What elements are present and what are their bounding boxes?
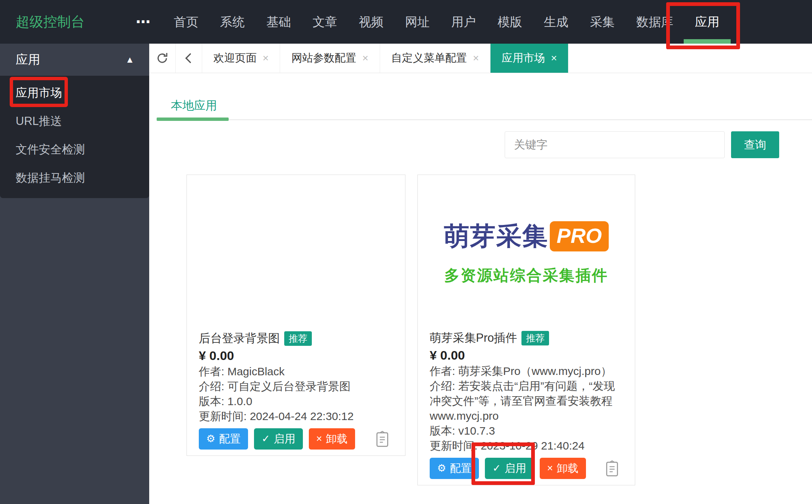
more-menu-icon[interactable]: ⋯ — [136, 0, 151, 44]
nav-item-basic[interactable]: 基础 — [255, 0, 302, 44]
app-card-info: 后台登录背景图 推荐 ¥ 0.00 作者: MagicBlack 介绍: 可自定… — [187, 331, 405, 456]
top-nav: 超级控制台 ⋯ 首页 系统 基础 文章 视频 网址 用户 模版 生成 采集 数据… — [0, 0, 812, 44]
refresh-button[interactable] — [149, 44, 176, 73]
nav-item-user[interactable]: 用户 — [441, 0, 487, 44]
top-nav-menu: 首页 系统 基础 文章 视频 网址 用户 模版 生成 采集 数据库 应用 — [163, 0, 730, 44]
search-button[interactable]: 查询 — [731, 131, 779, 158]
tab-label: 欢迎页面 — [213, 51, 257, 66]
nav-item-generate[interactable]: 生成 — [533, 0, 579, 44]
tab-bar: 欢迎页面 × 网站参数配置 × 自定义菜单配置 × 应用市场 × — [149, 44, 812, 73]
config-button-label: 配置 — [219, 432, 241, 447]
enable-button[interactable]: ✓ 启用 — [254, 428, 303, 450]
clipboard-icon[interactable] — [606, 460, 618, 477]
close-icon[interactable]: × — [473, 52, 479, 64]
config-button[interactable]: ⚙ 配置 — [430, 458, 479, 479]
uninstall-button-label: 卸载 — [326, 432, 348, 447]
app-updated: 更新时间: 2023-10-29 21:40:24 — [430, 438, 624, 453]
tab-welcome-page[interactable]: 欢迎页面 × — [202, 44, 280, 73]
uninstall-button[interactable]: × 卸载 — [309, 428, 355, 450]
gear-icon: ⚙ — [437, 463, 446, 473]
tab-label: 网站参数配置 — [291, 51, 356, 66]
app-title: 后台登录背景图 — [199, 331, 280, 346]
nav-item-url[interactable]: 网址 — [394, 0, 441, 44]
sidebar-menu: 应用市场 URL推送 文件安全检测 数据挂马检测 — [0, 76, 149, 198]
app-price: ¥ 0.00 — [430, 347, 624, 363]
check-icon: ✓ — [492, 463, 501, 473]
app-price: ¥ 0.00 — [199, 348, 395, 363]
sidebar-section-title: 应用 — [16, 51, 40, 68]
close-icon[interactable]: × — [551, 52, 557, 64]
sidebar-item-app-market[interactable]: 应用市场 — [0, 79, 149, 107]
app-card-image-placeholder — [187, 175, 405, 331]
nav-item-home[interactable]: 首页 — [163, 0, 209, 44]
refresh-icon — [155, 51, 169, 65]
nav-item-app[interactable]: 应用 — [684, 0, 730, 44]
app-website: www.mycj.pro — [430, 408, 624, 423]
config-button-label: 配置 — [450, 461, 471, 476]
check-icon: ✓ — [261, 434, 270, 444]
search-input[interactable] — [505, 131, 725, 158]
nav-item-article[interactable]: 文章 — [302, 0, 348, 44]
enable-button-label: 启用 — [274, 432, 295, 447]
tab-label: 应用市场 — [502, 51, 545, 66]
enable-button[interactable]: ✓ 启用 — [485, 458, 534, 479]
app-author: 作者: 萌芽采集Pro（www.mycj.pro） — [430, 364, 624, 379]
sidebar-item-data-trojan-check[interactable]: 数据挂马检测 — [0, 164, 149, 192]
gear-icon: ⚙ — [206, 434, 215, 444]
app-title: 萌芽采集Pro插件 — [430, 330, 517, 346]
sidebar-section-header[interactable]: 应用 ▲ — [0, 44, 149, 76]
nav-item-template[interactable]: 模版 — [487, 0, 533, 44]
app-card-mengya-collector-pro: 萌芽采集 PRO 多资源站综合采集插件 萌芽采集Pro插件 推荐 ¥ 0.00 … — [417, 175, 635, 485]
sidebar: 应用 ▲ 应用市场 URL推送 文件安全检测 数据挂马检测 — [0, 44, 149, 504]
nav-item-video[interactable]: 视频 — [348, 0, 394, 44]
app-version: 版本: v10.7.3 — [430, 423, 624, 438]
close-icon[interactable]: × — [263, 52, 269, 64]
recommend-badge: 推荐 — [521, 331, 549, 345]
pro-badge: PRO — [550, 221, 608, 251]
tabs-scroll-left-button[interactable] — [176, 44, 202, 73]
app-card-login-background: 后台登录背景图 推荐 ¥ 0.00 作者: MagicBlack 介绍: 可自定… — [186, 175, 405, 456]
tab-custom-menu-config[interactable]: 自定义菜单配置 × — [380, 44, 490, 73]
close-icon[interactable]: × — [362, 52, 368, 64]
chevron-up-icon: ▲ — [125, 54, 134, 65]
x-icon: × — [316, 434, 322, 444]
nav-item-database[interactable]: 数据库 — [626, 0, 684, 44]
app-card-info: 萌芽采集Pro插件 推荐 ¥ 0.00 作者: 萌芽采集Pro（www.mycj… — [418, 330, 635, 485]
app-version: 版本: 1.0.0 — [199, 394, 395, 409]
sidebar-item-file-security-check[interactable]: 文件安全检测 — [0, 135, 149, 164]
app-author: 作者: MagicBlack — [199, 364, 395, 379]
brand-tagline: 多资源站综合采集插件 — [444, 265, 608, 286]
app-intro: 介绍: 可自定义后台登录背景图 — [199, 379, 395, 394]
recommend-badge: 推荐 — [284, 331, 312, 346]
brand-text: 萌芽采集 — [444, 219, 548, 253]
tab-divider-line — [157, 119, 812, 120]
tab-app-market[interactable]: 应用市场 × — [490, 44, 568, 73]
x-icon: × — [547, 463, 553, 473]
tab-local-apps[interactable]: 本地应用 — [171, 98, 217, 113]
active-tab-underline — [157, 118, 229, 121]
app-logo: 超级控制台 — [16, 13, 136, 31]
tab-label: 自定义菜单配置 — [391, 51, 467, 66]
sidebar-item-url-push[interactable]: URL推送 — [0, 107, 149, 135]
enable-button-label: 启用 — [505, 461, 526, 476]
clipboard-icon[interactable] — [376, 431, 389, 447]
uninstall-button-label: 卸载 — [557, 461, 579, 476]
nav-item-collect[interactable]: 采集 — [579, 0, 626, 44]
chevron-left-icon — [182, 52, 195, 65]
nav-item-system[interactable]: 系统 — [209, 0, 255, 44]
config-button[interactable]: ⚙ 配置 — [199, 428, 248, 450]
app-intro: 介绍: 若安装点击“启用”有问题，“发现冲突文件”等，请至官网查看安装教程 — [430, 379, 624, 408]
app-window: 超级控制台 ⋯ 首页 系统 基础 文章 视频 网址 用户 模版 生成 采集 数据… — [0, 0, 812, 504]
uninstall-button[interactable]: × 卸载 — [540, 458, 586, 479]
tab-site-params-config[interactable]: 网站参数配置 × — [280, 44, 380, 73]
app-card-logo: 萌芽采集 PRO 多资源站综合采集插件 — [418, 175, 635, 330]
app-updated: 更新时间: 2024-04-24 22:30:12 — [199, 409, 395, 424]
